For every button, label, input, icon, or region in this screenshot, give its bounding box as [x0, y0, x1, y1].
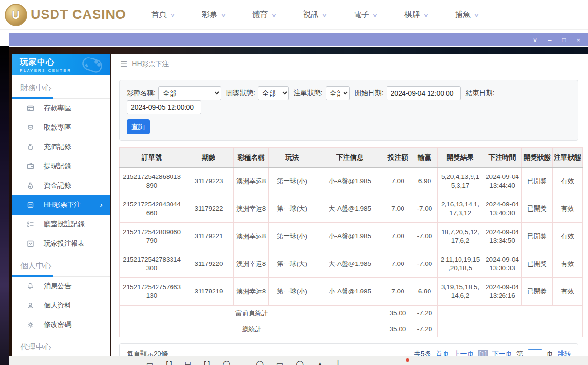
sidebar-item[interactable]: 消息公告 — [12, 277, 110, 296]
sidebar-item[interactable]: 存款專區 — [12, 99, 110, 118]
sidebar-item[interactable]: 廳室投註記錄 — [12, 215, 110, 234]
column-header: 彩種名稱 — [234, 148, 269, 168]
column-header: 開獎狀態 — [522, 148, 553, 168]
table-cell: -7.00 — [412, 250, 438, 278]
nav-item[interactable]: 視訊∨ — [303, 10, 327, 20]
table-cell: 有效 — [553, 223, 583, 250]
table-row: 215217254286801389031179223澳洲幸运8第一球(小)小-… — [120, 168, 583, 195]
bet-table: 訂單號期數彩種名稱玩法下注信息投注額輸贏開獎結果下注時間開獎狀態注單狀態 215… — [119, 147, 583, 337]
table-footer: 每頁顯示20條 共5条 首页 上一页 [1] 下一页 第 页 跳转 — [119, 343, 578, 356]
sidebar-section-label: 財務中心 — [20, 83, 110, 93]
close-icon[interactable]: × — [576, 37, 580, 43]
search-button[interactable]: 查詢 — [127, 119, 150, 134]
start-date-label: 開始日期: — [355, 89, 384, 98]
table-cell: 31179221 — [184, 223, 234, 250]
summary-row: 當前頁統計 35.00 -7.20 — [120, 306, 583, 321]
table-cell: 7.00 — [384, 278, 412, 306]
table-cell: 2152172542868013890 — [120, 168, 184, 195]
page-jump-input[interactable] — [528, 349, 542, 357]
column-header: 玩法 — [269, 148, 316, 168]
recharge-record-icon — [27, 143, 35, 151]
table-cell: 6.90 — [412, 278, 438, 306]
nav-item[interactable]: 首頁∨ — [151, 10, 175, 20]
table-cell: 2024-09-04 13:30:33 — [483, 250, 522, 278]
minimize-icon[interactable]: – — [548, 37, 551, 43]
chevron-down-icon: ∨ — [170, 12, 175, 18]
sidebar-item[interactable]: 充值記錄 — [12, 137, 110, 157]
page-background — [0, 46, 9, 365]
column-header: 輸贏 — [412, 148, 438, 168]
table-cell: -7.00 — [412, 195, 438, 223]
dock-strip: ▭[ ]▤[ ]◯ ◯▭◯▲│ — [9, 356, 588, 365]
sidebar-item[interactable]: 個人資料 — [12, 296, 110, 315]
summary-label: 當前頁統計 — [120, 306, 384, 321]
withdraw-record-icon — [27, 162, 35, 171]
jump-link[interactable]: 跳转 — [558, 350, 571, 356]
collapse-icon[interactable]: ∨ — [533, 37, 538, 43]
table-cell: 第一球(小) — [269, 278, 316, 306]
page-size-text: 每頁顯示20條 — [127, 350, 168, 356]
end-date-label: 結束日期: — [466, 89, 495, 98]
end-date-input[interactable] — [127, 100, 201, 114]
sidebar-item[interactable]: 玩家投注報表 — [12, 234, 110, 253]
column-header: 訂單號 — [120, 148, 184, 168]
chevron-down-icon: ∨ — [372, 12, 378, 18]
next-page-link[interactable]: 下一页 — [492, 350, 512, 356]
table-cell: 2024-09-04 13:40:30 — [483, 195, 522, 223]
table-cell: -7.00 — [412, 223, 438, 250]
lottery-type-select[interactable]: 全部 — [158, 86, 221, 100]
summary-bet-total: 35.00 — [384, 321, 412, 337]
first-page-link[interactable]: 首页 — [435, 350, 449, 356]
window-body: 玩家中心 PLAYERS CENTER 財務中心 存款專區 — [9, 46, 588, 365]
sidebar-item[interactable]: 修改密碼 — [12, 315, 110, 335]
table-cell: 18,7,20,5,12,17,6,2 — [438, 223, 483, 250]
table-cell: 5,20,4,13,9,15,3,17 — [438, 168, 483, 195]
sidebar-item-label: 取款專區 — [44, 123, 71, 132]
table-cell: 2152172542757663130 — [120, 278, 184, 306]
jump-prefix: 第 — [516, 350, 523, 356]
prev-page-link[interactable]: 上一页 — [453, 350, 473, 356]
sidebar-item-label: 個人資料 — [44, 301, 71, 310]
summary-row: 總統計 35.00 -7.20 — [120, 321, 583, 337]
nav-item[interactable]: 彩票∨ — [202, 10, 226, 20]
notice-icon — [27, 282, 35, 291]
table-cell: 第一球(大) — [269, 250, 316, 278]
chevron-down-icon: ∨ — [322, 12, 328, 18]
sidebar-item-label: 修改密碼 — [44, 321, 71, 329]
hamburger-icon[interactable]: ☰ — [120, 59, 127, 69]
sidebar-item-label: HH彩票下注 — [44, 201, 81, 209]
table-cell: 第一球(大) — [269, 195, 316, 223]
nav-item[interactable]: 電子∨ — [354, 10, 377, 20]
nav-item[interactable]: 捕魚∨ — [455, 10, 479, 20]
draw-status-select[interactable]: 全部 — [258, 86, 289, 100]
order-status-select[interactable]: 全部 — [326, 86, 350, 100]
chevron-down-icon: ∨ — [473, 12, 479, 18]
player-center-window: ∨ – □ × 玩家中心 PLAYERS CENTER — [9, 33, 588, 365]
sidebar-item[interactable]: HH彩票下注 › — [12, 195, 110, 215]
table-cell: 7.00 — [384, 195, 412, 223]
table-cell: 澳洲幸运8 — [234, 168, 269, 195]
nav-item[interactable]: 棋牌∨ — [404, 10, 428, 20]
screen: U USDT CASINO 首頁∨彩票∨體育∨視訊∨電子∨棋牌∨捕魚∨ ∨ – … — [0, 0, 588, 365]
funds-record-icon — [27, 182, 35, 190]
table-header-row: 訂單號期數彩種名稱玩法下注信息投注額輸贏開獎結果下注時間開獎狀態注單狀態 — [120, 148, 583, 168]
table-row: 215217254278331430031179220澳洲幸运8第一球(大)大-… — [120, 250, 583, 278]
start-date-input[interactable] — [387, 86, 461, 100]
table-row: 215217254280906079031179221澳洲幸运8第一球(小)小-… — [120, 223, 583, 250]
nav-item[interactable]: 體育∨ — [253, 10, 276, 20]
table-cell: 有效 — [553, 278, 583, 306]
sidebar-item[interactable]: 提現記錄 — [12, 157, 110, 176]
maximize-icon[interactable]: □ — [562, 37, 566, 43]
table-cell: 大-A盤@1.985 — [316, 195, 384, 223]
profile-icon — [27, 302, 35, 310]
sidebar-item[interactable]: 取款專區 — [12, 118, 110, 137]
dock-icons: ▭[ ]▤[ ]◯ ◯▭◯▲│ — [146, 360, 341, 365]
brand[interactable]: U USDT CASINO — [5, 4, 126, 26]
table-cell: 已開獎 — [522, 223, 553, 250]
nav-item-label: 首頁 — [151, 10, 167, 20]
site-navbar: U USDT CASINO 首頁∨彩票∨體育∨視訊∨電子∨棋牌∨捕魚∨ — [0, 0, 588, 30]
table-cell: 有效 — [553, 250, 583, 278]
table-cell: 小-A盤@1.985 — [316, 223, 384, 250]
sidebar-item[interactable]: 資金記錄 — [12, 176, 110, 195]
table-cell: 第一球(小) — [269, 223, 316, 250]
